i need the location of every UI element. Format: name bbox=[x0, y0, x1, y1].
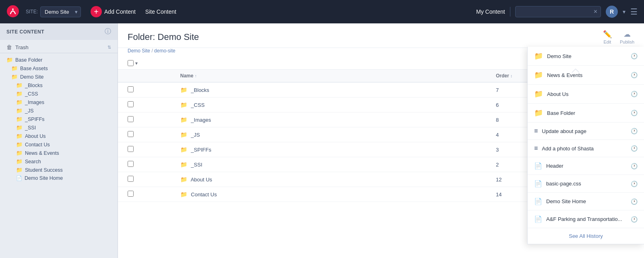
sidebar-tree: 📁Base Folder📁Base Assets📁Demo Site📁_Bloc… bbox=[0, 53, 118, 258]
th-check bbox=[118, 70, 171, 82]
history-doc-icon: 📄 bbox=[534, 180, 542, 187]
topbar-right: My Content × R ▾ ☰ bbox=[476, 6, 638, 18]
row-checkbox[interactable] bbox=[128, 176, 134, 182]
row-checkbox[interactable] bbox=[128, 86, 134, 92]
history-folder-icon: 📁 bbox=[534, 108, 543, 117]
sidebar-tree-item[interactable]: 📁_SPIFFs bbox=[0, 115, 118, 123]
sidebar-tree-item[interactable]: 📁_JS bbox=[0, 106, 118, 115]
add-content-label: Add Content bbox=[104, 8, 136, 15]
history-item[interactable]: 📄 basic-page.css 🕐 bbox=[528, 175, 644, 193]
history-folder-icon: 📁 bbox=[534, 89, 543, 98]
search-wrap: × bbox=[515, 6, 601, 17]
avatar[interactable]: R bbox=[606, 6, 618, 18]
logo[interactable] bbox=[6, 5, 19, 19]
sidebar-info-icon[interactable]: ⓘ bbox=[105, 27, 111, 36]
history-doc-icon: 📄 bbox=[534, 215, 542, 223]
row-checkbox[interactable] bbox=[128, 131, 134, 137]
sidebar-tree-item[interactable]: 📁Base Assets bbox=[0, 64, 118, 73]
search-input[interactable] bbox=[519, 9, 591, 15]
folder-icon: 📁 bbox=[6, 57, 13, 63]
sidebar-tree-item[interactable]: 📁_SSI bbox=[0, 123, 118, 132]
folder-icon: 📁 bbox=[16, 108, 23, 114]
history-clock-icon: 🕐 bbox=[631, 53, 638, 59]
header-actions: ✏️ Edit ☁ Publish bbox=[603, 30, 634, 44]
row-folder-icon: 📁 bbox=[180, 117, 187, 123]
sidebar-tree-item[interactable]: 📁Search bbox=[0, 157, 118, 166]
row-checkbox[interactable] bbox=[128, 146, 134, 152]
history-item[interactable]: 📁 News & Events 🕐 bbox=[528, 66, 644, 85]
tree-item-label: _Blocks bbox=[25, 83, 43, 88]
user-chevron-icon[interactable]: ▾ bbox=[623, 8, 625, 15]
th-name[interactable]: Name ↑ bbox=[171, 70, 486, 82]
select-all-wrap: ▾ bbox=[128, 60, 138, 66]
history-item[interactable]: 📄 Header 🕐 bbox=[528, 157, 644, 175]
row-name: _CSS bbox=[191, 102, 204, 108]
tree-item-label: _JS bbox=[25, 108, 34, 114]
folder-title-wrap: Folder: Demo Site bbox=[128, 32, 199, 42]
sidebar-tree-item[interactable]: 📁_Blocks bbox=[0, 81, 118, 89]
history-item[interactable]: 📁 Demo Site 🕐 bbox=[528, 47, 644, 66]
tree-item-label: News & Events bbox=[25, 150, 59, 156]
folder-icon: 📁 bbox=[16, 82, 23, 88]
tree-item-label: _SSI bbox=[25, 125, 36, 131]
publish-button[interactable]: ☁ Publish bbox=[620, 30, 634, 44]
sidebar-tree-item[interactable]: 📁Demo Site bbox=[0, 73, 118, 81]
history-item-label: About Us bbox=[547, 91, 627, 97]
history-item[interactable]: 📁 About Us 🕐 bbox=[528, 85, 644, 104]
folder-icon: 📁 bbox=[16, 141, 23, 148]
history-item-label: Add a photo of Shasta bbox=[542, 146, 627, 152]
tree-item-label: Search bbox=[25, 159, 41, 164]
folder-icon: 📁 bbox=[16, 150, 23, 156]
sidebar-tree-item[interactable]: 📁Contact Us bbox=[0, 140, 118, 149]
row-folder-icon: 📁 bbox=[180, 146, 187, 153]
sidebar-tree-item[interactable]: 📁News & Events bbox=[0, 149, 118, 157]
folder-icon: 📁 bbox=[16, 133, 23, 139]
sidebar-header: SITE CONTENT ⓘ bbox=[0, 23, 118, 40]
sidebar-tree-item[interactable]: 📁Base Folder bbox=[0, 56, 118, 64]
site-content-button[interactable]: Site Content bbox=[145, 8, 176, 15]
sidebar-tree-item[interactable]: 📄Demo Site Home bbox=[0, 174, 118, 182]
sidebar-tree-item[interactable]: 📁_CSS bbox=[0, 89, 118, 98]
row-checkbox[interactable] bbox=[128, 191, 134, 197]
row-folder-icon: 📁 bbox=[180, 102, 187, 108]
history-item-label: A&F Parking and Transportatio... bbox=[546, 216, 627, 222]
sidebar-tree-item[interactable]: 📁_Images bbox=[0, 98, 118, 106]
svg-point-1 bbox=[12, 8, 14, 10]
folder-icon: 📁 bbox=[16, 158, 23, 164]
row-name: _JS bbox=[191, 132, 200, 138]
my-content-label: My Content bbox=[476, 8, 505, 15]
sidebar-tree-item[interactable]: 📁Student Success bbox=[0, 166, 118, 174]
tree-item-label: Base Assets bbox=[20, 66, 48, 71]
folder-icon: 📁 bbox=[16, 116, 23, 122]
search-clear-icon[interactable]: × bbox=[594, 8, 597, 15]
hamburger-icon[interactable]: ☰ bbox=[630, 7, 638, 17]
history-clock-icon: 🕐 bbox=[631, 110, 638, 116]
site-label: SITE: bbox=[26, 9, 38, 15]
history-item[interactable]: ≡ Update about page 🕐 bbox=[528, 123, 644, 140]
select-dropdown-chevron[interactable]: ▾ bbox=[135, 60, 138, 66]
history-item[interactable]: 📄 Demo Site Home 🕐 bbox=[528, 193, 644, 210]
history-item[interactable]: ≡ Add a photo of Shasta 🕐 bbox=[528, 140, 644, 157]
doc-icon: 📄 bbox=[16, 175, 22, 181]
select-all-checkbox[interactable] bbox=[128, 60, 134, 66]
name-sort-icon: ↑ bbox=[195, 74, 197, 78]
sidebar-title: SITE CONTENT bbox=[6, 29, 44, 35]
history-item-label: Header bbox=[546, 163, 627, 169]
see-all-history-link[interactable]: See All History bbox=[528, 228, 644, 244]
breadcrumb-link-path[interactable]: demo-site bbox=[154, 48, 175, 54]
row-checkbox[interactable] bbox=[128, 101, 134, 107]
folder-icon: 📁 bbox=[16, 125, 23, 131]
history-clock-icon: 🕐 bbox=[631, 181, 638, 187]
edit-label: Edit bbox=[603, 40, 611, 44]
breadcrumb-link-site[interactable]: Demo Site bbox=[128, 48, 150, 54]
sidebar-trash-item[interactable]: 🗑 Trash ⇅ bbox=[0, 40, 118, 53]
history-item[interactable]: 📁 Base Folder 🕐 bbox=[528, 104, 644, 123]
row-checkbox[interactable] bbox=[128, 116, 134, 122]
site-dropdown[interactable]: Demo Site bbox=[40, 6, 81, 17]
row-checkbox[interactable] bbox=[128, 161, 134, 167]
sidebar-tree-item[interactable]: 📁About Us bbox=[0, 132, 118, 140]
edit-button[interactable]: ✏️ Edit bbox=[603, 30, 612, 44]
add-content-button[interactable]: + Add Content bbox=[87, 4, 139, 19]
row-folder-icon: 📁 bbox=[180, 161, 187, 168]
history-item[interactable]: 📄 A&F Parking and Transportatio... 🕐 bbox=[528, 210, 644, 228]
